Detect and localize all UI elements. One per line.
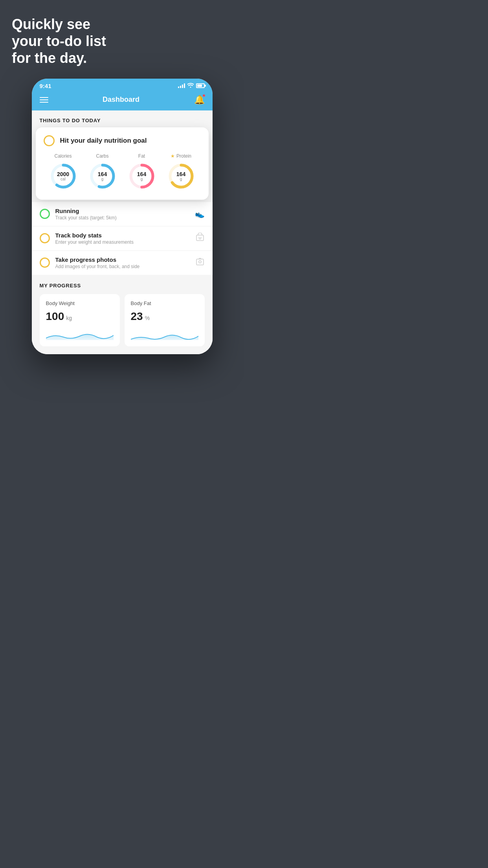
body-weight-title: Body Weight <box>46 300 114 306</box>
body-stats-text: Track body stats Enter your weight and m… <box>55 232 190 245</box>
running-check-circle <box>40 209 50 219</box>
signal-icon <box>178 83 185 88</box>
photos-check-circle <box>40 257 50 268</box>
body-stats-check-circle <box>40 233 50 243</box>
calories-label: Calories <box>54 153 72 159</box>
photo-icon <box>195 257 205 268</box>
running-text: Running Track your stats (target: 5km) <box>55 208 189 221</box>
body-fat-number: 23 <box>131 310 143 323</box>
progress-section: MY PROGRESS Body Weight 100 kg <box>32 275 213 354</box>
nutrition-item-fat: Fat 164 g <box>128 153 156 190</box>
body-fat-title: Body Fat <box>131 300 198 306</box>
nutrition-check-circle <box>44 135 55 146</box>
status-bar: 9:41 <box>32 79 213 92</box>
carbs-donut: 164 g <box>88 162 117 190</box>
progress-heading: MY PROGRESS <box>40 283 205 289</box>
things-to-do-heading: THINGS TO DO TODAY <box>32 110 213 127</box>
protein-donut: 164 g <box>167 162 195 190</box>
nutrition-item-calories: Calories 2000 cal <box>49 153 77 190</box>
body-fat-card: Body Fat 23 % <box>125 294 205 346</box>
carbs-label: Carbs <box>96 153 108 159</box>
body-weight-unit: kg <box>66 315 72 321</box>
fat-donut: 164 g <box>128 162 156 190</box>
svg-point-10 <box>199 261 201 263</box>
shoe-icon: 👟 <box>195 209 205 219</box>
status-time: 9:41 <box>40 83 51 89</box>
nav-bar: Dashboard 🔔 <box>32 92 213 110</box>
nutrition-item-carbs: Carbs 164 g <box>88 153 117 190</box>
svg-rect-9 <box>196 259 204 265</box>
phone-mockup: 9:41 Dashboard 🔔 <box>32 79 213 354</box>
notification-badge <box>202 94 205 97</box>
todo-item-body-stats[interactable]: Track body stats Enter your weight and m… <box>32 226 213 251</box>
todo-list: Running Track your stats (target: 5km) 👟… <box>32 202 213 275</box>
card-title-row: Hit your daily nutrition goal <box>44 135 201 146</box>
battery-icon <box>196 83 205 88</box>
nav-title: Dashboard <box>103 96 139 104</box>
running-subtitle: Track your stats (target: 5km) <box>55 215 189 221</box>
scale-icon <box>195 233 205 244</box>
notification-button[interactable]: 🔔 <box>194 95 205 105</box>
hero-section: Quickly see your to-do list for the day. <box>0 0 118 75</box>
protein-star-icon: ★ <box>171 153 175 159</box>
nutrition-row: Calories 2000 cal <box>44 153 201 190</box>
photos-text: Take progress photos Add images of your … <box>55 256 190 269</box>
body-weight-chart <box>46 328 114 340</box>
running-title: Running <box>55 208 189 214</box>
todo-item-photos[interactable]: Take progress photos Add images of your … <box>32 251 213 275</box>
menu-button[interactable] <box>40 97 48 103</box>
wifi-icon <box>187 83 194 89</box>
calories-donut: 2000 cal <box>49 162 77 190</box>
todo-item-running[interactable]: Running Track your stats (target: 5km) 👟 <box>32 202 213 226</box>
body-stats-title: Track body stats <box>55 232 190 239</box>
photos-subtitle: Add images of your front, back, and side <box>55 264 190 269</box>
body-weight-value: 100 kg <box>46 310 114 323</box>
body-weight-card: Body Weight 100 kg <box>40 294 120 346</box>
body-fat-chart <box>131 328 198 340</box>
photos-title: Take progress photos <box>55 256 190 263</box>
body-stats-subtitle: Enter your weight and measurements <box>55 239 190 245</box>
body-weight-number: 100 <box>46 310 64 323</box>
nutrition-item-protein: ★ Protein 164 g <box>167 153 195 190</box>
phone-content: THINGS TO DO TODAY Hit your daily nutrit… <box>32 110 213 354</box>
nutrition-card-title: Hit your daily nutrition goal <box>60 137 147 145</box>
status-icons <box>178 83 205 89</box>
progress-cards: Body Weight 100 kg <box>40 294 205 354</box>
body-fat-unit: % <box>145 315 150 321</box>
hero-title: Quickly see your to-do list for the day. <box>12 16 106 67</box>
fat-label: Fat <box>138 153 145 159</box>
nutrition-card: Hit your daily nutrition goal Calories <box>36 127 209 200</box>
protein-label: ★ Protein <box>171 153 191 159</box>
body-fat-value: 23 % <box>131 310 198 323</box>
